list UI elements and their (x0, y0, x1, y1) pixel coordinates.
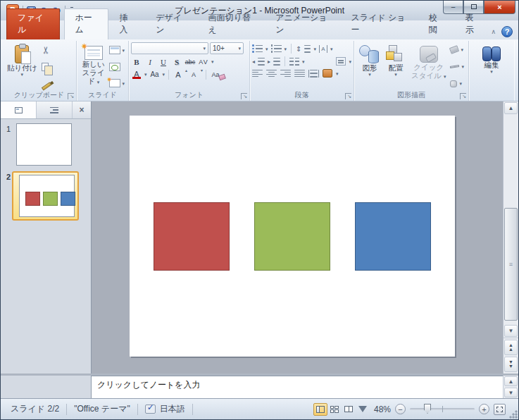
layout-button[interactable]: ▾ (109, 44, 125, 56)
character-spacing-button[interactable]: AV (198, 56, 209, 67)
decrease-indent-icon[interactable]: ◂ (252, 58, 255, 65)
arrange-button[interactable]: 配置 ▾ (383, 42, 408, 91)
clipboard-dialog-launcher[interactable]: ↘ (68, 93, 74, 99)
section-button[interactable]: ▾ (109, 78, 125, 89)
zoom-out-button[interactable]: − (395, 404, 406, 414)
shape-effects-button[interactable]: ▾ (450, 78, 464, 89)
scroll-up-button[interactable]: ▲ (504, 102, 518, 114)
numbering-icon[interactable] (271, 45, 282, 53)
zoom-slider-handle[interactable] (424, 404, 431, 414)
cut-button[interactable]: ✂ (42, 44, 53, 56)
tab-slideshow[interactable]: スライド ショー (341, 8, 418, 39)
slide-thumbnail-1[interactable]: 1 (1, 123, 91, 166)
increase-indent-icon[interactable]: ▸ (268, 58, 270, 65)
blue-square-shape[interactable] (355, 202, 431, 271)
spellcheck-icon (145, 404, 156, 414)
drawing-dialog-launcher[interactable]: ↘ (460, 93, 466, 99)
group-drawing: 図形 ▾ 配置 ▾ クイック スタイル ▾ ▾ ▾ ▾ 図形描画 ↘ (354, 41, 469, 101)
quick-styles-button[interactable]: クイック スタイル ▾ (408, 42, 449, 91)
text-shadow-button[interactable]: S (171, 56, 182, 67)
distribute-button[interactable] (308, 70, 319, 78)
justify-button[interactable] (294, 70, 305, 78)
slide-sorter-view-button[interactable] (327, 403, 342, 416)
slide-canvas[interactable] (130, 116, 455, 357)
bullets-icon[interactable] (252, 45, 263, 53)
slide-indicator[interactable]: スライド 2/2 (4, 403, 66, 415)
slide-number: 1 (1, 123, 16, 133)
language-indicator[interactable]: 日本語 (138, 403, 192, 415)
next-slide-button[interactable]: ▼▼ (504, 357, 518, 372)
clear-formatting-button[interactable]: Aa (210, 69, 221, 80)
tab-home[interactable]: ホーム (64, 8, 108, 39)
italic-button[interactable]: I (144, 56, 156, 67)
group-font: ▾ 10+▾ B I U S abc AV▾ A▾ Aa▾ A A Aa フォン… (129, 41, 250, 101)
line-spacing-icon[interactable]: ⇕ (296, 45, 301, 53)
decrease-font-size-button[interactable]: A (188, 69, 199, 80)
close-panel-button[interactable]: × (73, 101, 91, 118)
strikethrough-button[interactable]: abc (185, 56, 196, 67)
shape-outline-button[interactable]: ▾ (450, 61, 464, 72)
tab-review[interactable]: 校閲 (418, 8, 455, 39)
slideshow-view-button[interactable] (356, 403, 370, 416)
scrollbar-track[interactable] (504, 115, 518, 324)
notes-pane[interactable]: クリックしてノートを入力 (92, 376, 503, 398)
help-button[interactable]: ? (501, 26, 513, 37)
notes-row: クリックしてノートを入力 ▲ ▼ (1, 373, 518, 398)
columns-icon[interactable] (289, 58, 299, 66)
zoom-in-button[interactable]: + (479, 404, 489, 414)
convert-smartart-icon[interactable] (323, 69, 332, 78)
green-square-shape[interactable] (254, 202, 330, 271)
align-right-button[interactable] (280, 70, 291, 78)
new-slide-button[interactable]: ✷ 新しい スライド ▾ (79, 42, 108, 91)
scroll-down-button[interactable]: ▼ (504, 325, 518, 337)
slide-2-preview[interactable] (19, 175, 75, 217)
shape-fill-button[interactable]: ▾ (450, 44, 464, 55)
tab-transitions[interactable]: 画面切り替え (198, 8, 265, 39)
tab-design[interactable]: デザイン (145, 8, 197, 39)
tab-view[interactable]: 表示 (455, 8, 492, 39)
tab-animations[interactable]: アニメーション (265, 8, 340, 39)
group-label-font: フォント (129, 90, 249, 100)
align-left-button[interactable] (252, 70, 263, 78)
editing-button[interactable]: 編集 ▾ (480, 42, 504, 91)
tab-outline[interactable] (37, 101, 73, 118)
normal-view-button[interactable] (313, 403, 327, 416)
red-square-shape[interactable] (154, 202, 230, 271)
tab-slides-thumbnails[interactable] (1, 101, 37, 118)
paragraph-dialog-launcher[interactable]: ↘ (345, 93, 351, 99)
change-case-button[interactable]: Aa (149, 69, 161, 80)
paste-button[interactable]: 貼り付け ▾ (4, 42, 40, 91)
tab-file[interactable]: ファイル (6, 8, 60, 39)
zoom-slider[interactable] (410, 408, 475, 410)
copy-button[interactable]: ▾ (42, 61, 53, 73)
section-icon (109, 79, 120, 87)
font-size-combo[interactable]: 10+▾ (210, 42, 244, 54)
font-dialog-launcher[interactable]: ↘ (241, 93, 247, 99)
shapes-button[interactable]: 図形 ▾ (356, 42, 383, 91)
align-center-button[interactable] (266, 70, 277, 78)
bold-button[interactable]: B (131, 56, 142, 67)
scrollbar-thumb[interactable] (504, 208, 518, 321)
zoom-level[interactable]: 48% (374, 404, 391, 414)
font-color-button[interactable]: A (131, 69, 142, 80)
fit-to-window-button[interactable] (494, 404, 506, 415)
align-text-icon[interactable] (336, 57, 346, 66)
format-painter-button[interactable] (42, 78, 53, 89)
theme-indicator[interactable]: "Office テーマ" (67, 403, 137, 415)
group-label-drawing: 図形描画 (354, 90, 468, 100)
previous-slide-button[interactable]: ▲▲ (504, 340, 518, 355)
notes-scroll-up[interactable]: ▲ (504, 376, 518, 386)
slide-thumbnail-2[interactable]: 2 (1, 171, 91, 221)
font-name-combo[interactable]: ▾ (131, 42, 208, 54)
tab-insert[interactable]: 挿入 (108, 8, 145, 39)
status-bar: スライド 2/2 "Office テーマ" 日本語 48% − + (1, 398, 518, 419)
reading-view-button[interactable] (342, 403, 356, 416)
slide-1-preview[interactable] (16, 123, 72, 166)
reset-button[interactable] (109, 61, 125, 73)
minimize-ribbon-icon[interactable]: ∧ (491, 28, 496, 35)
increase-font-size-button[interactable]: A (173, 69, 184, 80)
notes-scroll-down[interactable]: ▼ (504, 388, 518, 397)
text-direction-icon[interactable]: A (319, 45, 327, 53)
underline-button[interactable]: U (158, 56, 169, 67)
resize-grip[interactable] (508, 409, 518, 419)
